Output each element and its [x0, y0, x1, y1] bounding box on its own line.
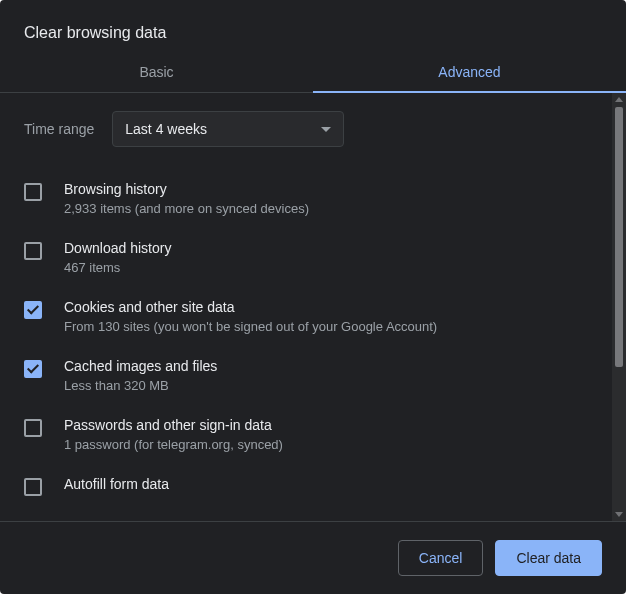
- time-range-row: Time range Last 4 weeks: [24, 111, 602, 147]
- content: Time range Last 4 weeks Browsing history…: [0, 93, 626, 521]
- option-subtitle: From 130 sites (you won't be signed out …: [64, 319, 437, 334]
- clear-data-button[interactable]: Clear data: [495, 540, 602, 576]
- option-text: Download history 467 items: [64, 240, 171, 275]
- dialog-footer: Cancel Clear data: [0, 521, 626, 594]
- option-browsing-history: Browsing history 2,933 items (and more o…: [24, 169, 602, 228]
- option-text: Passwords and other sign-in data 1 passw…: [64, 417, 283, 452]
- tab-basic-label: Basic: [139, 64, 173, 80]
- scroll-area: Time range Last 4 weeks Browsing history…: [0, 93, 626, 521]
- option-download-history: Download history 467 items: [24, 228, 602, 287]
- options-list: Browsing history 2,933 items (and more o…: [24, 169, 602, 508]
- option-title: Cookies and other site data: [64, 299, 437, 315]
- option-cached: Cached images and files Less than 320 MB: [24, 346, 602, 405]
- time-range-value: Last 4 weeks: [125, 121, 207, 137]
- checkbox-browsing-history[interactable]: [24, 183, 42, 201]
- chevron-down-icon: [321, 127, 331, 132]
- clear-browsing-data-dialog: Clear browsing data Basic Advanced Time …: [0, 0, 626, 594]
- checkbox-cached[interactable]: [24, 360, 42, 378]
- dialog-header: Clear browsing data: [0, 0, 626, 50]
- tab-basic[interactable]: Basic: [0, 50, 313, 92]
- option-title: Cached images and files: [64, 358, 217, 374]
- option-title: Autofill form data: [64, 476, 169, 492]
- checkbox-cookies[interactable]: [24, 301, 42, 319]
- option-text: Autofill form data: [64, 476, 169, 492]
- option-autofill: Autofill form data: [24, 464, 602, 508]
- dialog-title: Clear browsing data: [24, 24, 602, 42]
- option-text: Cached images and files Less than 320 MB: [64, 358, 217, 393]
- checkbox-download-history[interactable]: [24, 242, 42, 260]
- option-cookies: Cookies and other site data From 130 sit…: [24, 287, 602, 346]
- checkbox-autofill[interactable]: [24, 478, 42, 496]
- tab-advanced-label: Advanced: [438, 64, 500, 80]
- option-subtitle: 467 items: [64, 260, 171, 275]
- scrollbar[interactable]: [612, 93, 626, 521]
- option-title: Download history: [64, 240, 171, 256]
- option-subtitle: Less than 320 MB: [64, 378, 217, 393]
- cancel-button-label: Cancel: [419, 550, 463, 566]
- tab-bar: Basic Advanced: [0, 50, 626, 93]
- checkbox-passwords[interactable]: [24, 419, 42, 437]
- option-subtitle: 2,933 items (and more on synced devices): [64, 201, 309, 216]
- option-title: Passwords and other sign-in data: [64, 417, 283, 433]
- option-title: Browsing history: [64, 181, 309, 197]
- option-text: Browsing history 2,933 items (and more o…: [64, 181, 309, 216]
- tab-advanced[interactable]: Advanced: [313, 50, 626, 92]
- option-passwords: Passwords and other sign-in data 1 passw…: [24, 405, 602, 464]
- option-subtitle: 1 password (for telegram.org, synced): [64, 437, 283, 452]
- option-text: Cookies and other site data From 130 sit…: [64, 299, 437, 334]
- clear-data-button-label: Clear data: [516, 550, 581, 566]
- scrollbar-thumb[interactable]: [615, 107, 623, 367]
- time-range-select[interactable]: Last 4 weeks: [112, 111, 344, 147]
- cancel-button[interactable]: Cancel: [398, 540, 484, 576]
- time-range-label: Time range: [24, 121, 94, 137]
